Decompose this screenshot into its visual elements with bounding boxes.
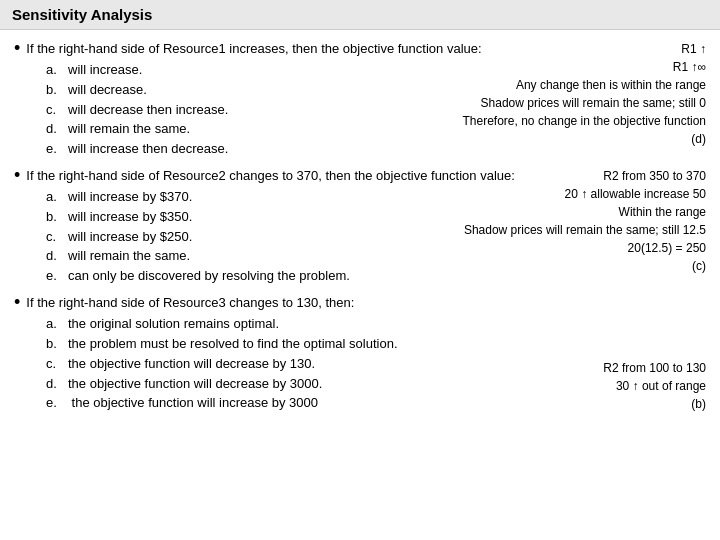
section1-note: R1 ↑ R1 ↑∞ Any change then is within the…: [463, 40, 707, 148]
section3-note: R2 from 100 to 130 30 ↑ out of range (b): [603, 359, 706, 413]
section-3: • If the right-hand side of Resource3 ch…: [14, 294, 706, 413]
bullet-section-3: • If the right-hand side of Resource3 ch…: [14, 294, 706, 413]
bullet-3: •: [14, 293, 20, 311]
page-title: Sensitivity Analysis: [12, 6, 152, 23]
bullet-1: •: [14, 39, 20, 57]
title-bar: Sensitivity Analysis: [0, 0, 720, 30]
list-item: a.the original solution remains optimal.: [46, 315, 706, 334]
section2-note: R2 from 350 to 370 20 ↑ allowable increa…: [464, 167, 706, 275]
section3-header: If the right-hand side of Resource3 chan…: [26, 294, 706, 313]
main-content: • If the right-hand side of Resource1 in…: [0, 30, 720, 431]
section-2: • If the right-hand side of Resource2 ch…: [14, 167, 706, 286]
list-item: b.the problem must be resolved to find t…: [46, 335, 706, 354]
section-1: • If the right-hand side of Resource1 in…: [14, 40, 706, 159]
bullet-2: •: [14, 166, 20, 184]
